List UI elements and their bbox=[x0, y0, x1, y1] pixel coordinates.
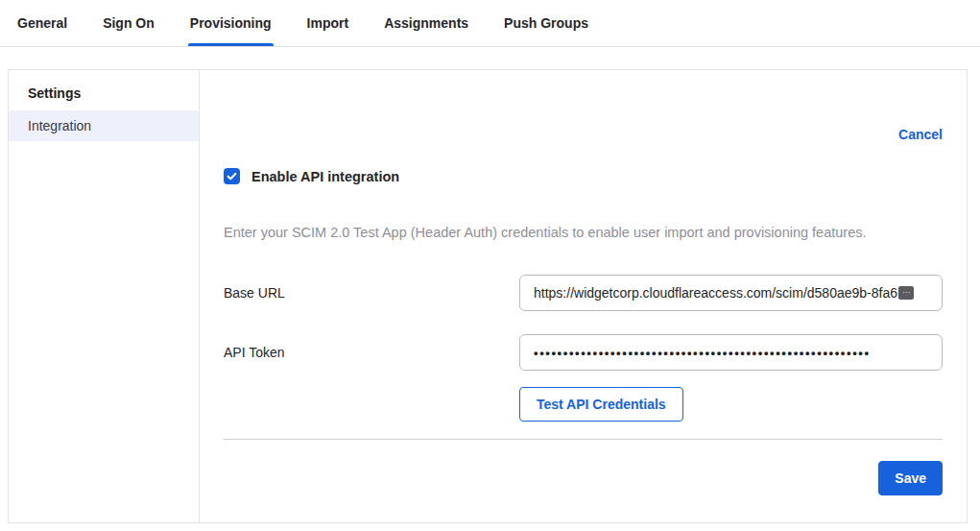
credentials-description: Enter your SCIM 2.0 Test App (Header Aut… bbox=[224, 225, 943, 240]
save-button[interactable]: Save bbox=[878, 461, 943, 495]
base-url-row: Base URL https://widgetcorp.cloudflareac… bbox=[224, 275, 943, 311]
provisioning-panel: Settings Integration Cancel Enable API i… bbox=[8, 69, 968, 523]
checkmark-icon bbox=[227, 171, 237, 181]
provisioning-page: General Sign On Provisioning Import Assi… bbox=[0, 0, 980, 531]
enable-api-integration-row: Enable API integration bbox=[224, 168, 943, 184]
tab-provisioning[interactable]: Provisioning bbox=[190, 0, 272, 46]
tab-general[interactable]: General bbox=[17, 0, 67, 46]
integration-settings-content: Cancel Enable API integration Enter your… bbox=[200, 70, 967, 522]
api-token-masked-value: ••••••••••••••••••••••••••••••••••••••••… bbox=[534, 346, 871, 360]
base-url-input[interactable]: https://widgetcorp.cloudflareaccess.com/… bbox=[519, 275, 943, 311]
tab-bar: General Sign On Provisioning Import Assi… bbox=[0, 0, 980, 47]
save-row: Save bbox=[224, 461, 943, 495]
test-credentials-row: Test API Credentials bbox=[224, 387, 943, 422]
api-token-input[interactable]: ••••••••••••••••••••••••••••••••••••••••… bbox=[519, 334, 943, 371]
api-token-row: API Token ••••••••••••••••••••••••••••••… bbox=[224, 334, 943, 371]
test-api-credentials-button[interactable]: Test API Credentials bbox=[519, 387, 683, 422]
tab-import[interactable]: Import bbox=[307, 0, 349, 46]
base-url-label: Base URL bbox=[224, 285, 519, 301]
base-url-value: https://widgetcorp.cloudflareaccess.com/… bbox=[534, 285, 897, 301]
footer-divider bbox=[224, 439, 943, 440]
settings-sidebar: Settings Integration bbox=[9, 70, 200, 522]
tab-sign-on[interactable]: Sign On bbox=[103, 0, 155, 46]
enable-api-integration-checkbox[interactable] bbox=[224, 168, 240, 184]
cancel-button[interactable]: Cancel bbox=[898, 127, 943, 142]
sidebar-header: Settings bbox=[9, 80, 199, 110]
enable-api-integration-label: Enable API integration bbox=[251, 169, 399, 184]
tab-assignments[interactable]: Assignments bbox=[384, 0, 468, 46]
text-overflow-indicator: ⋯ bbox=[898, 286, 914, 300]
tab-push-groups[interactable]: Push Groups bbox=[504, 0, 588, 46]
cancel-row: Cancel bbox=[224, 70, 943, 145]
api-token-label: API Token bbox=[224, 345, 519, 360]
sidebar-item-integration[interactable]: Integration bbox=[9, 110, 199, 141]
